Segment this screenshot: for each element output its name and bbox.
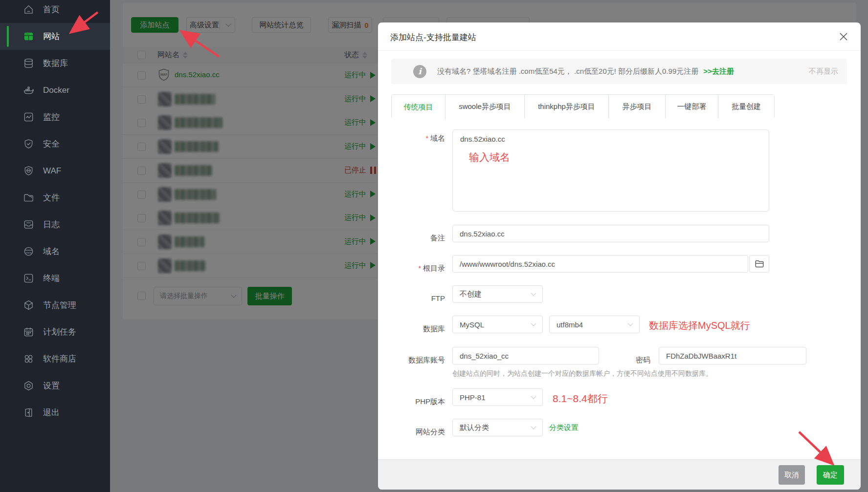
sidebar-item-label: 网站 (43, 31, 60, 42)
browse-folder-button[interactable] (749, 255, 769, 273)
sidebar-item-files[interactable]: 文件 (0, 184, 110, 211)
confirm-button[interactable]: 确定 (817, 465, 844, 485)
sidebar-item-monitor[interactable]: 监控 (0, 104, 110, 130)
note-input[interactable]: dns.52xiao.cc (452, 225, 769, 242)
category-settings-link[interactable]: 分类设置 (549, 423, 579, 432)
domain-field-label: *域名 (377, 134, 445, 143)
db-charset-select[interactable]: utf8mb4 (549, 316, 640, 333)
sidebar: 首页网站数据库Docker监控安全WAF文件日志域名终端节点管理计划任务软件商店… (0, 0, 110, 492)
terminal-icon (23, 273, 34, 284)
promo-text: 没有域名? 堡塔域名注册 .com低至54元， .cn低至20元! 部分后缀新人… (437, 67, 698, 76)
sidebar-item-label: 计划任务 (43, 326, 76, 338)
php-version-select[interactable]: PHP-81 (452, 388, 543, 406)
sidebar-item-domain[interactable]: 域名 (0, 238, 110, 265)
docker-icon (23, 85, 34, 96)
sidebar-item-label: 退出 (43, 407, 60, 418)
register-domain-link[interactable]: >>去注册 (703, 67, 734, 76)
tab-label: thinkphp异步项目 (538, 102, 595, 111)
monitor-icon (23, 111, 34, 123)
sidebar-item-label: 安全 (43, 138, 60, 150)
root-field-label: *根目录 (377, 264, 445, 273)
db-annotation: 数据库选择MySQL就行 (649, 319, 750, 332)
sidebar-item-home[interactable]: 首页 (0, 0, 110, 23)
info-icon: i (413, 65, 426, 78)
db-password-value: FDhZaDbJWBaaxR1t (666, 352, 736, 360)
security-icon (23, 138, 34, 150)
site-icon (23, 31, 34, 42)
sidebar-item-terminal[interactable]: 终端 (0, 265, 110, 292)
dialog-footer: 取消 确定 (378, 459, 861, 490)
project-type-tabs: 传统项目swoole异步项目thinkphp异步项目异步项目一键部署批量创建 (391, 94, 775, 118)
category-select[interactable]: 默认分类 (452, 419, 543, 436)
root-path-input[interactable]: /www/wwwroot/dns.52xiao.cc (452, 255, 748, 273)
domain-promo-banner: i 没有域名? 堡塔域名注册 .com低至54元， .cn低至20元! 部分后缀… (391, 59, 847, 84)
sidebar-item-label: Docker (43, 86, 69, 95)
sidebar-item-waf[interactable]: WAF (0, 157, 110, 184)
sidebar-item-label: 软件商店 (43, 353, 76, 364)
note-field-label: 备注 (377, 234, 445, 243)
cancel-label: 取消 (784, 471, 799, 480)
db-account-value: dns_52xiao_cc (460, 352, 509, 360)
chevron-down-icon (627, 321, 633, 326)
sidebar-menu: 首页网站数据库Docker监控安全WAF文件日志域名终端节点管理计划任务软件商店… (0, 0, 110, 426)
sidebar-item-database[interactable]: 数据库 (0, 50, 110, 77)
tab-4[interactable]: 异步项目 (609, 95, 666, 118)
tab-label: swoole异步项目 (459, 102, 511, 111)
close-icon[interactable] (838, 31, 849, 42)
sidebar-item-settings[interactable]: 设置 (0, 372, 110, 399)
node-icon (23, 299, 34, 311)
sidebar-item-label: 设置 (43, 380, 60, 391)
chevron-down-icon (531, 424, 536, 429)
domain-textarea[interactable]: dns.52xiao.cc 输入域名 (452, 129, 769, 212)
files-icon (23, 192, 34, 203)
db-charset-value: utf8mb4 (556, 321, 583, 329)
chevron-down-icon (531, 321, 536, 326)
sidebar-item-security[interactable]: 安全 (0, 130, 110, 157)
tab-label: 批量创建 (732, 102, 761, 111)
dialog-title: 添加站点-支持批量建站 (390, 32, 476, 43)
db-type-select[interactable]: MySQL (452, 316, 543, 333)
sidebar-item-docker[interactable]: Docker (0, 77, 110, 104)
add-site-dialog: 添加站点-支持批量建站 i 没有域名? 堡塔域名注册 .com低至54元， .c… (378, 22, 861, 490)
sidebar-item-cron[interactable]: 计划任务 (0, 319, 110, 345)
sidebar-item-site[interactable]: 网站 (0, 23, 110, 50)
tab-3[interactable]: thinkphp异步项目 (525, 95, 609, 118)
tab-2[interactable]: swoole异步项目 (445, 95, 525, 118)
db-account-field-label: 数据库账号 (377, 356, 445, 365)
domain-value: dns.52xiao.cc (453, 130, 769, 148)
sidebar-item-label: 日志 (43, 219, 60, 230)
db-password-field-label: 密码 (582, 356, 650, 365)
confirm-label: 确定 (823, 471, 838, 480)
exit-icon (23, 407, 34, 418)
home-icon (23, 4, 34, 15)
sidebar-item-node[interactable]: 节点管理 (0, 292, 110, 319)
tab-label: 传统项目 (404, 103, 433, 112)
ftp-field-label: FTP (377, 294, 445, 302)
sidebar-item-store[interactable]: 软件商店 (0, 345, 110, 372)
root-path-value: /www/wwwroot/dns.52xiao.cc (460, 260, 555, 268)
sidebar-item-label: 监控 (43, 111, 60, 123)
php-field-label: PHP版本 (377, 397, 445, 406)
php-annotation: 8.1~8.4都行 (553, 392, 608, 406)
sidebar-item-label: 首页 (43, 4, 60, 15)
category-value: 默认分类 (460, 423, 489, 432)
settings-icon (23, 380, 34, 391)
sidebar-item-logs[interactable]: 日志 (0, 211, 110, 238)
db-account-input[interactable]: dns_52xiao_cc (452, 347, 599, 364)
dismiss-banner-link[interactable]: 不再显示 (809, 67, 838, 76)
cancel-button[interactable]: 取消 (779, 465, 805, 485)
tab-1[interactable]: 传统项目 (392, 95, 445, 119)
sidebar-item-label: 终端 (43, 273, 60, 284)
sidebar-item-label: 数据库 (43, 58, 68, 69)
domain-annotation: 输入域名 (469, 150, 510, 164)
db-type-value: MySQL (460, 321, 484, 329)
tab-5[interactable]: 一键部署 (666, 95, 718, 118)
logs-icon (23, 219, 34, 230)
tab-6[interactable]: 批量创建 (718, 95, 774, 118)
php-version-value: PHP-81 (460, 393, 486, 402)
chevron-down-icon (531, 290, 536, 296)
sidebar-item-exit[interactable]: 退出 (0, 399, 110, 426)
db-password-input[interactable]: FDhZaDbJWBaaxR1t (659, 347, 806, 364)
ftp-select[interactable]: 不创建 (452, 285, 543, 303)
database-icon (23, 58, 34, 69)
